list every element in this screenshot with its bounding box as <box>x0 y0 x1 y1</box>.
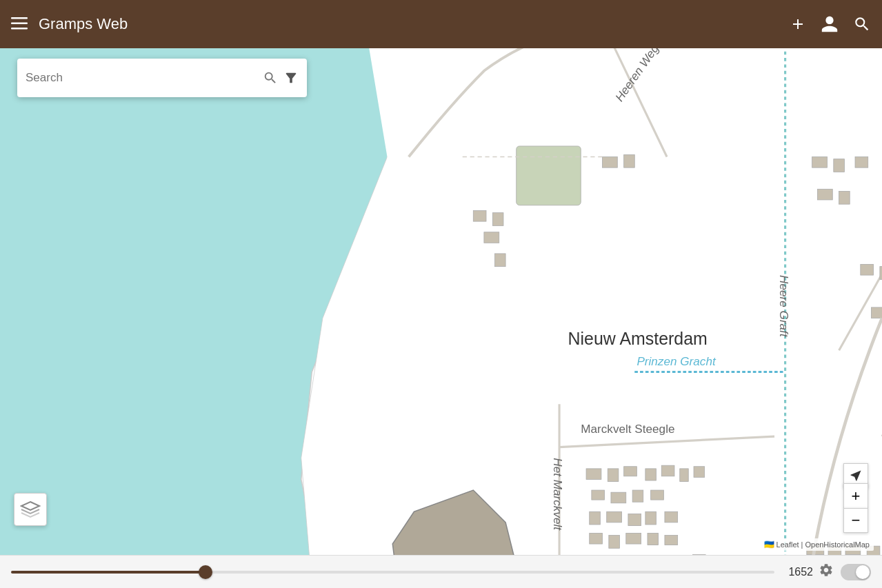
svg-rect-74 <box>484 232 499 243</box>
filter-icon <box>283 70 299 85</box>
zoom-in-button[interactable]: + <box>843 483 868 508</box>
header-actions <box>790 14 871 34</box>
settings-icon <box>819 562 834 578</box>
toggle-track[interactable] <box>841 564 871 580</box>
map-container[interactable]: Heeren Weg (He... Heere Graft Smee Straa… <box>0 48 882 588</box>
svg-rect-24 <box>592 490 605 500</box>
svg-rect-2 <box>11 28 28 30</box>
map-canvas: Heeren Weg (He... Heere Graft Smee Straa… <box>0 48 882 588</box>
green-area <box>517 146 581 205</box>
svg-rect-18 <box>608 469 619 482</box>
prinzen-gracht-label: Prinzen Gracht <box>637 354 716 368</box>
svg-rect-27 <box>651 490 664 500</box>
app-header: Gramps Web <box>0 0 882 48</box>
bottom-bar: 1652 <box>0 555 882 588</box>
svg-rect-26 <box>632 490 643 502</box>
svg-rect-31 <box>645 511 657 525</box>
svg-rect-56 <box>839 191 850 204</box>
svg-rect-32 <box>665 511 678 523</box>
svg-rect-1 <box>11 22 28 24</box>
layers-button[interactable] <box>14 493 47 526</box>
search-input[interactable] <box>26 71 263 85</box>
filter-button[interactable] <box>283 70 299 85</box>
svg-rect-54 <box>855 157 868 168</box>
account-icon <box>820 14 839 34</box>
svg-rect-30 <box>628 514 641 525</box>
layers-icon <box>20 500 41 518</box>
svg-rect-19 <box>624 467 637 476</box>
app-title: Gramps Web <box>39 15 790 33</box>
zoom-in-icon: + <box>852 487 861 505</box>
svg-rect-70 <box>602 157 617 168</box>
search-box <box>17 59 307 97</box>
svg-rect-53 <box>834 159 845 172</box>
svg-rect-55 <box>817 189 832 200</box>
svg-rect-23 <box>694 467 705 478</box>
marckvelt-steegle-label: Marckvelt Steegle <box>581 422 674 436</box>
user-account-button[interactable] <box>820 14 839 34</box>
svg-rect-71 <box>624 154 635 168</box>
svg-rect-57 <box>861 265 874 276</box>
zoom-controls: + − <box>843 483 868 533</box>
svg-rect-72 <box>473 211 486 222</box>
svg-rect-36 <box>648 533 659 545</box>
het-marckvelt-label: Het Marckvelt <box>551 458 565 531</box>
svg-rect-28 <box>590 511 601 525</box>
svg-rect-33 <box>590 533 603 544</box>
svg-rect-52 <box>812 157 828 168</box>
timeline-slider[interactable] <box>11 571 774 574</box>
svg-rect-59 <box>871 307 882 318</box>
zoom-out-icon: − <box>852 511 861 529</box>
svg-rect-21 <box>661 465 674 476</box>
attribution-leaflet[interactable]: Leaflet <box>776 540 799 549</box>
add-icon <box>790 16 806 32</box>
search-header-button[interactable] <box>853 15 871 33</box>
menu-button[interactable] <box>11 17 28 32</box>
search-header-icon <box>853 15 871 33</box>
hamburger-icon <box>11 17 28 30</box>
toggle-thumb <box>856 565 870 579</box>
svg-rect-20 <box>645 469 657 480</box>
attribution: 🇺🇦 Leaflet | OpenHistoricalMap <box>760 538 874 551</box>
svg-rect-22 <box>680 469 688 482</box>
svg-rect-73 <box>492 213 503 226</box>
search-icon <box>263 70 278 85</box>
svg-rect-75 <box>494 254 505 267</box>
svg-rect-25 <box>611 492 626 503</box>
search-button[interactable] <box>263 70 278 85</box>
svg-rect-35 <box>626 533 641 544</box>
svg-rect-17 <box>586 469 601 480</box>
settings-button[interactable] <box>819 562 834 581</box>
locate-icon <box>849 469 863 483</box>
attribution-separator: | <box>801 540 803 549</box>
svg-marker-77 <box>21 502 39 510</box>
nieuw-amsterdam-label: Nieuw Amsterdam <box>568 329 708 348</box>
heere-graft-label: Heere Graft <box>777 275 791 338</box>
svg-rect-37 <box>665 536 678 545</box>
zoom-out-button[interactable]: − <box>843 508 868 533</box>
attribution-openhistoricalmap[interactable]: OpenHistoricalMap <box>805 540 870 549</box>
svg-rect-34 <box>609 536 620 549</box>
attribution-flag: 🇺🇦 <box>764 540 774 549</box>
add-button[interactable] <box>790 16 806 32</box>
toggle-switch[interactable] <box>841 564 871 580</box>
svg-rect-0 <box>11 17 28 19</box>
svg-rect-29 <box>607 511 622 523</box>
year-display: 1652 <box>785 566 813 578</box>
